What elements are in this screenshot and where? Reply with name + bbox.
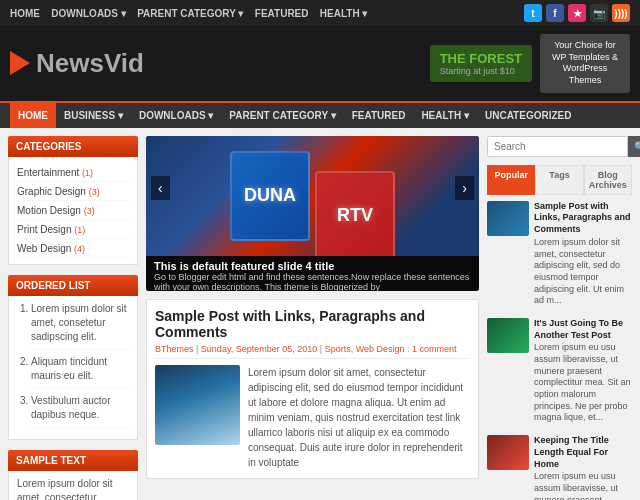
list-item: Sample Post with Links, Paragraphs and C… bbox=[487, 196, 632, 313]
post-meta: BThemes | Sunday, September 05, 2010 | S… bbox=[155, 344, 470, 359]
categories-title: CATEGORIES bbox=[8, 136, 138, 157]
search-input[interactable] bbox=[487, 136, 628, 157]
ordered-list-title: ORDERED LIST bbox=[8, 275, 138, 296]
search-box: 🔍 bbox=[487, 136, 632, 157]
featured-slider: DUNA RTV ‹ › This is default featured sl… bbox=[146, 136, 479, 291]
nav-home[interactable]: HOME bbox=[10, 103, 56, 128]
list-item: Motion Design (3) bbox=[17, 201, 129, 220]
topnav-health[interactable]: HEALTH ▾ bbox=[320, 8, 368, 19]
list-item: Vestibulum auctor dapibus neque. bbox=[31, 394, 129, 428]
instagram-icon[interactable]: ★ bbox=[568, 4, 586, 22]
right-sidebar: 🔍 Popular Tags Blog Archives Sample Post… bbox=[487, 136, 632, 500]
left-sidebar: CATEGORIES Entertainment (1) Graphic Des… bbox=[8, 136, 138, 500]
popular-thumb-2 bbox=[487, 318, 529, 353]
slider-prev-button[interactable]: ‹ bbox=[151, 176, 170, 200]
slider-cubes: DUNA RTV bbox=[146, 136, 479, 256]
wp-ad-text: Your Choice for WP Templates & WordPress… bbox=[548, 40, 622, 87]
site-logo[interactable]: NewsVid bbox=[10, 48, 144, 79]
slider-caption: This is default featured slide 4 title G… bbox=[146, 256, 479, 291]
popular-text-2: It's Just Going To Be Another Test Post … bbox=[534, 318, 632, 424]
post-comments[interactable]: 1 comment bbox=[412, 344, 457, 354]
post-date: Sunday, September 05, 2010 bbox=[201, 344, 317, 354]
tab-blog-archives[interactable]: Blog Archives bbox=[584, 165, 632, 195]
sample-text-title: SAMPLE TEXT bbox=[8, 450, 138, 471]
post-author[interactable]: BThemes bbox=[155, 344, 194, 354]
sample-text-widget: SAMPLE TEXT Lorem ipsum dolor sit amet, … bbox=[8, 450, 138, 500]
sidebar-tabs: Popular Tags Blog Archives bbox=[487, 165, 632, 195]
sample-text-content: Lorem ipsum dolor sit amet, consectetur … bbox=[17, 477, 129, 500]
slider-image: DUNA RTV ‹ › bbox=[146, 136, 479, 256]
nav-featured[interactable]: FEATURED bbox=[344, 103, 414, 128]
post-thumbnail bbox=[155, 365, 240, 445]
list-item: Aliquam tincidunt mauris eu elit. bbox=[31, 355, 129, 389]
cat-entertainment[interactable]: Entertainment (1) bbox=[17, 167, 93, 178]
post-text-content: Lorem ipsum dolor sit amet, consectetur … bbox=[248, 365, 470, 470]
list-item: Web Design (4) bbox=[17, 239, 129, 258]
slider-caption-text: Go to Blogger edit html and find these s… bbox=[154, 272, 471, 291]
category-list: Entertainment (1) Graphic Design (3) Mot… bbox=[17, 163, 129, 258]
list-item: Keeping The Title Length Equal For Home … bbox=[487, 430, 632, 500]
post-body: Lorem ipsum dolor sit amet, consectetur … bbox=[155, 365, 470, 470]
popular-title-3[interactable]: Keeping The Title Length Equal For Home bbox=[534, 435, 632, 470]
tab-tags[interactable]: Tags bbox=[535, 165, 583, 195]
cat-web-design[interactable]: Web Design (4) bbox=[17, 243, 85, 254]
slider-next-button[interactable]: › bbox=[455, 176, 474, 200]
nav-business[interactable]: BUSINESS ▾ bbox=[56, 103, 131, 128]
popular-text-3: Keeping The Title Length Equal For Home … bbox=[534, 435, 632, 500]
rtv-cube: RTV bbox=[315, 171, 395, 256]
top-navigation: HOME DOWNLOADS ▾ PARENT CATEGORY ▾ FEATU… bbox=[0, 0, 640, 26]
categories-body: Entertainment (1) Graphic Design (3) Mot… bbox=[8, 157, 138, 265]
post-categories[interactable]: Sports, Web Design bbox=[325, 344, 405, 354]
main-content: DUNA RTV ‹ › This is default featured sl… bbox=[146, 136, 479, 500]
search-button[interactable]: 🔍 bbox=[628, 136, 640, 157]
popular-text-1: Sample Post with Links, Paragraphs and C… bbox=[534, 201, 632, 307]
post-thumb-image bbox=[155, 365, 240, 445]
topnav-parent[interactable]: PARENT CATEGORY ▾ bbox=[137, 8, 243, 19]
list-item: Entertainment (1) bbox=[17, 163, 129, 182]
nav-health[interactable]: HEALTH ▾ bbox=[413, 103, 477, 128]
topnav-featured[interactable]: FEATURED bbox=[255, 8, 309, 19]
blog-post: Sample Post with Links, Paragraphs and C… bbox=[146, 299, 479, 479]
forest-title: THE FOREST bbox=[440, 51, 522, 66]
rss-icon[interactable]: )))) bbox=[612, 4, 630, 22]
list-item: Lorem ipsum dolor sit amet, consetetur s… bbox=[31, 302, 129, 350]
list-item: Print Design (1) bbox=[17, 220, 129, 239]
duna-cube: DUNA bbox=[230, 151, 310, 241]
popular-thumb-1 bbox=[487, 201, 529, 236]
ordered-list-widget: ORDERED LIST Lorem ipsum dolor sit amet,… bbox=[8, 275, 138, 440]
popular-list: Sample Post with Links, Paragraphs and C… bbox=[487, 196, 632, 500]
play-icon bbox=[10, 51, 30, 75]
forest-subtitle: Starting at just $10 bbox=[440, 66, 522, 76]
post-title: Sample Post with Links, Paragraphs and C… bbox=[155, 308, 470, 340]
wordpress-ad[interactable]: Your Choice for WP Templates & WordPress… bbox=[540, 34, 630, 93]
cat-graphic-design[interactable]: Graphic Design (3) bbox=[17, 186, 100, 197]
social-icons: t f ★ 📷 )))) bbox=[524, 4, 630, 22]
ordered-list-body: Lorem ipsum dolor sit amet, consetetur s… bbox=[8, 296, 138, 440]
nav-uncategorized[interactable]: UNCATEGORIZED bbox=[477, 103, 579, 128]
tab-popular[interactable]: Popular bbox=[487, 165, 535, 195]
site-header: NewsVid THE FOREST Starting at just $10 … bbox=[0, 26, 640, 101]
ordered-list: Lorem ipsum dolor sit amet, consetetur s… bbox=[17, 302, 129, 428]
top-nav-links: HOME DOWNLOADS ▾ PARENT CATEGORY ▾ FEATU… bbox=[10, 6, 375, 20]
topnav-home[interactable]: HOME bbox=[10, 8, 40, 19]
list-item: Graphic Design (3) bbox=[17, 182, 129, 201]
nav-downloads[interactable]: DOWNLOADS ▾ bbox=[131, 103, 221, 128]
cat-motion-design[interactable]: Motion Design (3) bbox=[17, 205, 95, 216]
nav-parent-category[interactable]: PARENT CATEGORY ▾ bbox=[221, 103, 343, 128]
sample-text-body: Lorem ipsum dolor sit amet, consectetur … bbox=[8, 471, 138, 500]
topnav-downloads[interactable]: DOWNLOADS ▾ bbox=[51, 8, 125, 19]
content-area: CATEGORIES Entertainment (1) Graphic Des… bbox=[0, 128, 640, 500]
cat-print-design[interactable]: Print Design (1) bbox=[17, 224, 85, 235]
twitter-icon[interactable]: t bbox=[524, 4, 542, 22]
popular-title-1[interactable]: Sample Post with Links, Paragraphs and C… bbox=[534, 201, 632, 236]
popular-thumb-3 bbox=[487, 435, 529, 470]
slider-caption-title: This is default featured slide 4 title bbox=[154, 260, 471, 272]
forest-ad[interactable]: THE FOREST Starting at just $10 bbox=[430, 45, 532, 82]
logo-text: NewsVid bbox=[36, 48, 144, 79]
popular-title-2[interactable]: It's Just Going To Be Another Test Post bbox=[534, 318, 632, 341]
main-navigation: HOME BUSINESS ▾ DOWNLOADS ▾ PARENT CATEG… bbox=[0, 101, 640, 128]
camera-icon[interactable]: 📷 bbox=[590, 4, 608, 22]
facebook-icon[interactable]: f bbox=[546, 4, 564, 22]
categories-widget: CATEGORIES Entertainment (1) Graphic Des… bbox=[8, 136, 138, 265]
header-ads: THE FOREST Starting at just $10 Your Cho… bbox=[430, 34, 630, 93]
